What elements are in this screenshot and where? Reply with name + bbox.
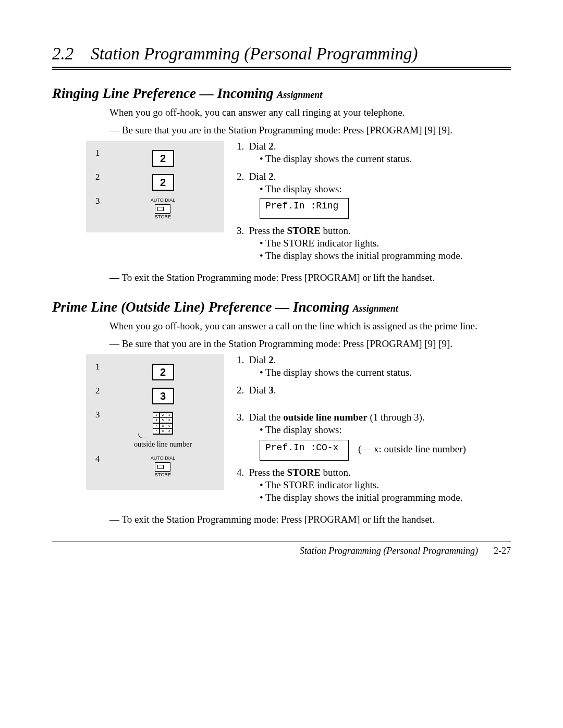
diagram-step-num: 2 (95, 172, 107, 182)
page-footer: Station Programming (Personal Programmin… (52, 541, 511, 557)
intro-text: When you go off-hook, you can answer any… (109, 106, 511, 119)
keypad-icon: 123 456 789 *0# outside line number (134, 412, 192, 449)
diagram-step-num: 4 (95, 454, 107, 464)
store-button-icon: AUTO DIAL STORE (151, 198, 175, 220)
steps-list: 1. Dial 2. The display shows the current… (224, 354, 511, 510)
footer-title: Station Programming (Personal Programmin… (300, 546, 478, 557)
section-number: 2.2 (52, 44, 74, 63)
diagram-step-num: 1 (95, 362, 107, 372)
keycap-icon: 2 (152, 174, 174, 191)
exit-note: — To exit the Station Programming mode: … (109, 271, 511, 285)
subsection-title: Ringing Line Preference — Incoming Assig… (52, 85, 511, 102)
diagram-step-num: 2 (95, 386, 107, 396)
intro-text: When you go off-hook, you can answer a c… (109, 319, 511, 333)
diagram-step-num: 1 (95, 148, 107, 158)
store-button-icon: AUTO DIAL STORE (151, 456, 175, 478)
section-header: 2.2 Station Programming (Personal Progra… (52, 44, 511, 64)
bullet: The display shows the current status. (260, 153, 511, 165)
keycap-icon: 2 (152, 364, 174, 380)
step: 2. Dial 3. (237, 385, 511, 396)
keycap-icon: 3 (152, 388, 174, 404)
procedure-block: 1 2 2 3 3 123 456 789 *0# (52, 354, 511, 510)
bullet: The display shows the initial programmin… (260, 492, 511, 503)
bullet: The STORE indicator lights. (260, 238, 511, 249)
bullet: The STORE indicator lights. (260, 479, 511, 491)
diagram-panel: 1 2 2 3 3 123 456 789 *0# (86, 354, 224, 490)
step: 2. Dial 2. The display shows: Pref.In :R… (237, 171, 511, 219)
header-rule (52, 67, 511, 70)
subsection-title: Prime Line (Outside Line) Preference — I… (52, 299, 511, 315)
page-number: 2-27 (494, 546, 511, 557)
keycap-icon: 2 (152, 150, 174, 167)
diagram-step-num: 3 (95, 410, 107, 420)
display-note: (— x: outside line number) (358, 443, 466, 455)
bullet: The display shows: (260, 183, 511, 195)
step: 3. Dial the outside line number (1 throu… (237, 412, 511, 461)
lcd-display: Pref.In :Ring (260, 198, 349, 219)
step: 3. Press the STORE button. The STORE ind… (237, 225, 511, 262)
step: 1. Dial 2. The display shows the current… (237, 141, 511, 165)
bullet: The display shows the current status. (260, 367, 511, 378)
page: 2.2 Station Programming (Personal Progra… (0, 0, 563, 728)
steps-list: 1. Dial 2. The display shows the current… (224, 141, 511, 268)
step: 1. Dial 2. The display shows the current… (237, 354, 511, 378)
step: 4. Press the STORE button. The STORE ind… (237, 467, 511, 503)
precondition-note: — Be sure that you are in the Station Pr… (109, 124, 511, 137)
diagram-panel: 1 2 2 2 3 AUTO DIAL STORE (86, 141, 224, 232)
section-title: Station Programming (Personal Programmin… (91, 44, 418, 63)
keypad-caption: outside line number (134, 440, 192, 449)
precondition-note: — Be sure that you are in the Station Pr… (109, 337, 511, 351)
bullet: The display shows: (260, 424, 511, 436)
exit-note: — To exit the Station Programming mode: … (109, 513, 511, 526)
lcd-display: Pref.In :CO-x (260, 440, 349, 461)
procedure-block: 1 2 2 2 3 AUTO DIAL STORE (52, 141, 511, 268)
diagram-step-num: 3 (95, 196, 107, 206)
bullet: The display shows the initial programmin… (260, 250, 511, 262)
